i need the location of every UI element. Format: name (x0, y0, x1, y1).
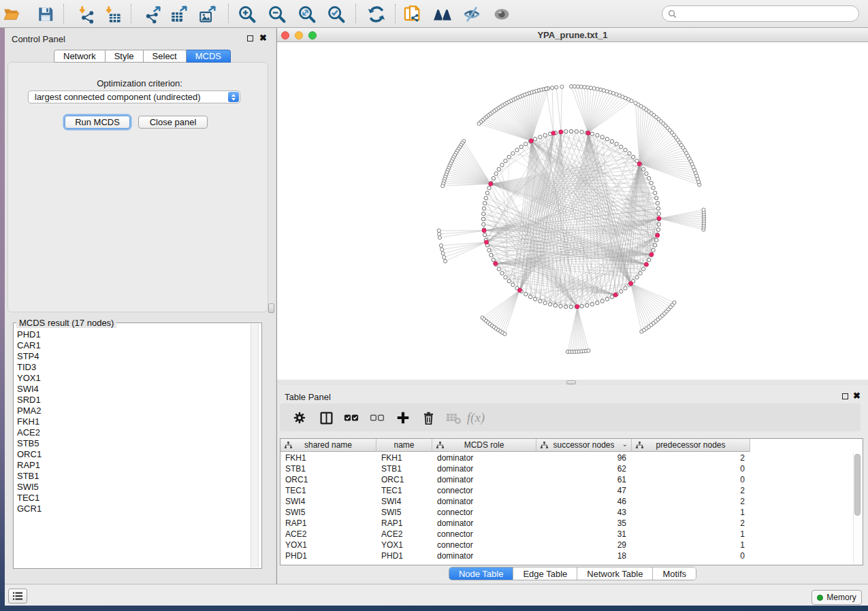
table-scrollbar[interactable] (853, 453, 861, 563)
clone-network-icon[interactable] (402, 4, 423, 24)
select-all-icon[interactable] (340, 407, 362, 429)
criterion-dropdown[interactable]: largest connected component (undirected) (28, 90, 240, 103)
table-row[interactable]: RAP1RAP1dominator352 (280, 518, 863, 529)
horizontal-splitter-handle[interactable] (566, 380, 576, 384)
memory-status-dot (817, 595, 823, 601)
cell-shared_name: PHD1 (280, 550, 376, 561)
cell-successor_nodes: 43 (536, 507, 632, 518)
zoom-fit-icon[interactable] (297, 4, 317, 24)
toolbar-separator (131, 4, 131, 23)
network-canvas[interactable] (277, 42, 868, 380)
tab-edge-table[interactable]: Edge Table (513, 567, 577, 580)
mcds-result-item[interactable]: FKH1 (17, 416, 42, 427)
mcds-result-item[interactable]: SRD1 (17, 395, 42, 406)
mcds-result-item[interactable]: GCR1 (17, 503, 42, 514)
zoom-selected-icon[interactable] (326, 4, 347, 24)
cell-predecessor_nodes: 0 (632, 474, 750, 485)
table-row[interactable]: ACE2ACE2connector311 (280, 529, 863, 540)
search-input[interactable] (662, 5, 859, 22)
deselect-all-icon[interactable] (366, 407, 388, 429)
add-column-icon[interactable] (392, 407, 414, 429)
column-header-shared-name[interactable]: shared name (280, 439, 376, 452)
tab-select[interactable]: Select (144, 50, 187, 63)
close-panel-button[interactable]: Close panel (138, 116, 208, 129)
table-row[interactable]: PHD1PHD1dominator180 (280, 550, 863, 561)
zoom-in-icon[interactable] (237, 4, 257, 24)
open-icon[interactable] (1, 4, 22, 24)
tab-network-table[interactable]: Network Table (577, 567, 653, 580)
vertical-splitter-handle[interactable] (268, 303, 274, 313)
tab-network[interactable]: Network (54, 50, 106, 63)
delete-table-icon (443, 407, 464, 429)
mcds-result-item[interactable]: ORC1 (17, 449, 42, 460)
cell-predecessor_nodes: 2 (632, 485, 750, 496)
tab-style[interactable]: Style (106, 50, 144, 63)
float-table-panel-icon[interactable] (842, 393, 848, 399)
show-all-icon[interactable] (492, 4, 512, 24)
table-row[interactable]: STB1STB1dominator620 (280, 463, 863, 474)
cell-shared_name: SWI4 (280, 496, 376, 507)
cell-name: ACE2 (376, 529, 432, 540)
cell-mcds_role: connector (432, 507, 536, 518)
shared-column-icon (541, 442, 548, 449)
export-network-icon[interactable] (142, 4, 163, 24)
column-header-predecessor-nodes[interactable]: predecessor nodes (632, 439, 750, 452)
export-image-icon[interactable] (197, 4, 218, 24)
tab-motifs[interactable]: Motifs (653, 567, 696, 580)
float-panel-icon[interactable] (247, 35, 253, 42)
table-settings-icon[interactable] (289, 407, 310, 429)
cell-name: TEC1 (376, 485, 432, 496)
mcds-result-scrollbar[interactable] (251, 324, 259, 567)
table-row[interactable]: SWI4SWI4dominator462 (280, 496, 863, 507)
column-header-successor-nodes[interactable]: successor nodes⌄ (536, 439, 632, 452)
close-panel-icon[interactable]: ✖ (259, 33, 267, 43)
close-table-panel-icon[interactable]: ✖ (853, 391, 861, 401)
mcds-result-item[interactable]: PHD1 (17, 329, 42, 340)
zoom-out-icon[interactable] (267, 4, 287, 24)
mcds-result-item[interactable]: RAP1 (17, 460, 42, 471)
mcds-result-item[interactable]: YOX1 (17, 373, 42, 384)
column-header-MCDS-role[interactable]: MCDS role (432, 439, 536, 452)
mcds-result-item[interactable]: TEC1 (17, 493, 42, 503)
column-header-name[interactable]: name (376, 439, 432, 452)
mcds-result-item[interactable]: SWI5 (17, 482, 42, 493)
export-table-icon[interactable] (169, 4, 189, 24)
hide-selected-icon[interactable] (462, 4, 482, 24)
cell-successor_nodes: 29 (536, 540, 632, 550)
mcds-result-item[interactable]: STP4 (17, 351, 42, 362)
mcds-result-item[interactable]: CAR1 (17, 340, 42, 351)
mcds-result-item[interactable]: STB1 (17, 471, 42, 482)
table-scrollbar-thumb[interactable] (854, 454, 861, 516)
mcds-result-item[interactable]: TID3 (17, 362, 42, 373)
import-table-icon[interactable] (103, 4, 123, 24)
cell-mcds_role: connector (432, 485, 536, 496)
table-row[interactable]: ORC1ORC1dominator610 (280, 474, 863, 485)
delete-column-icon[interactable] (417, 407, 439, 429)
table-row[interactable]: YOX1YOX1connector291 (280, 540, 863, 550)
tab-node-table[interactable]: Node Table (449, 567, 514, 580)
memory-button[interactable]: Memory (811, 590, 862, 605)
function-builder-icon: f(x) (465, 407, 487, 429)
network-view[interactable]: YPA_prune.txt_1 (277, 28, 868, 380)
mcds-result-item[interactable]: PMA2 (17, 406, 42, 416)
refresh-icon[interactable] (366, 4, 387, 24)
import-network-icon[interactable] (76, 4, 97, 24)
table-row[interactable]: FKH1FKH1dominator962 (280, 452, 863, 463)
task-history-button[interactable] (8, 589, 27, 604)
cell-name: YOX1 (376, 540, 432, 550)
save-icon[interactable] (35, 4, 56, 24)
tab-mcds[interactable]: MCDS (187, 50, 231, 63)
mcds-result-list[interactable]: PHD1CAR1STP4TID3YOX1SWI4SRD1PMA2FKH1ACE2… (17, 329, 42, 514)
table-row[interactable]: SWI5SWI5connector431 (280, 507, 863, 518)
run-mcds-button[interactable]: Run MCDS (65, 116, 130, 129)
first-neighbors-icon[interactable] (432, 4, 453, 24)
mcds-result-item[interactable]: SWI4 (17, 384, 42, 395)
mcds-result-item[interactable]: ACE2 (17, 427, 42, 438)
cell-successor_nodes: 18 (536, 550, 632, 561)
table-row[interactable]: TEC1TEC1connector472 (280, 485, 863, 496)
cell-mcds_role: connector (432, 540, 536, 550)
cell-name: STB1 (376, 463, 432, 474)
split-view-icon[interactable] (315, 407, 337, 429)
cell-name: PHD1 (376, 550, 432, 561)
mcds-result-item[interactable]: STB5 (17, 438, 42, 449)
